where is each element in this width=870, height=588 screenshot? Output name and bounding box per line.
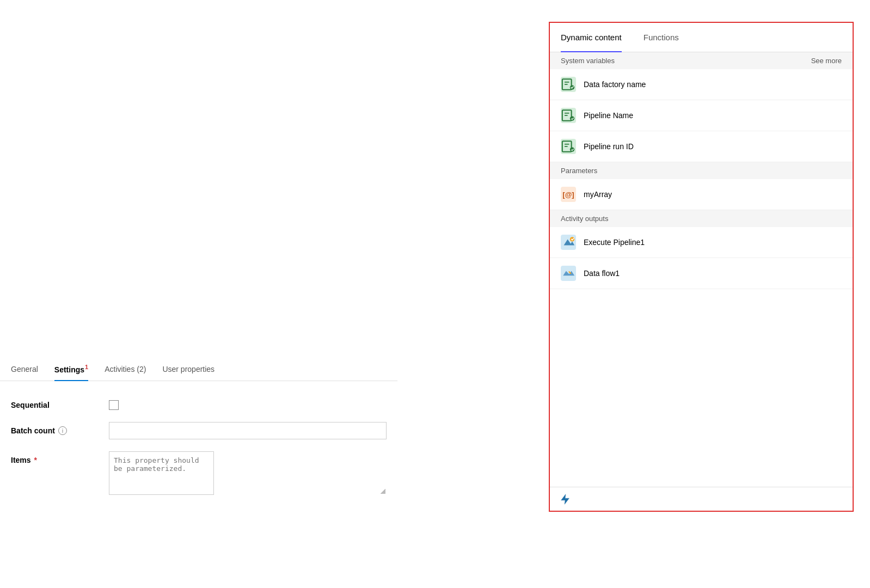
- parameters-title: Parameters: [561, 167, 597, 175]
- tab-general[interactable]: General: [11, 358, 38, 380]
- tab-settings[interactable]: Settings1: [54, 357, 88, 381]
- settings-content: Sequential Batch count i Items *: [0, 387, 397, 588]
- data-factory-name-label: Data factory name: [584, 80, 646, 89]
- tab-activities-label: Activities (2): [105, 365, 146, 373]
- batch-count-row: Batch count i: [11, 422, 387, 439]
- dynamic-content-panel: Dynamic content Functions System variabl…: [549, 22, 854, 512]
- activity-outputs-header: Activity outputs: [550, 210, 853, 227]
- data-flow-icon: [561, 266, 576, 281]
- parameters-header: Parameters: [550, 162, 853, 179]
- batch-count-info-icon: i: [58, 426, 67, 435]
- tabs-area: General Settings1 Activities (2) User pr…: [0, 357, 397, 381]
- panel-bottom-toolbar: [550, 487, 853, 511]
- tab-settings-label: Settings: [54, 365, 84, 374]
- list-item[interactable]: Data factory name: [550, 69, 853, 100]
- panel-tabs: Dynamic content Functions: [550, 23, 853, 52]
- tab-user-properties[interactable]: User properties: [162, 358, 215, 380]
- list-item[interactable]: Pipeline Name: [550, 100, 853, 131]
- svg-point-9: [570, 147, 574, 151]
- system-variables-title: System variables: [561, 57, 615, 65]
- pipeline-name-icon: [561, 108, 576, 123]
- my-array-icon: [@]: [561, 187, 576, 202]
- see-more-link[interactable]: See more: [811, 57, 842, 65]
- list-item[interactable]: Pipeline run ID: [550, 131, 853, 162]
- panel-bottom-icon[interactable]: [557, 492, 573, 507]
- svg-point-5: [570, 116, 574, 120]
- execute-pipeline-icon: [561, 235, 576, 250]
- tab-activities[interactable]: Activities (2): [105, 358, 146, 380]
- left-panel: General Settings1 Activities (2) User pr…: [0, 0, 397, 588]
- svg-point-12: [570, 237, 574, 241]
- data-factory-icon: [561, 77, 576, 92]
- pipeline-name-label: Pipeline Name: [584, 111, 633, 120]
- resize-handle: [380, 488, 385, 494]
- items-textarea[interactable]: [109, 451, 214, 495]
- sequential-checkbox[interactable]: [109, 400, 119, 410]
- pipeline-run-id-label: Pipeline run ID: [584, 142, 634, 151]
- list-item[interactable]: Execute Pipeline1: [550, 227, 853, 258]
- tab-dynamic-content-label: Dynamic content: [561, 33, 622, 42]
- activity-outputs-title: Activity outputs: [561, 215, 608, 223]
- execute-pipeline1-label: Execute Pipeline1: [584, 238, 645, 247]
- pipeline-run-id-icon: [561, 139, 576, 154]
- list-item[interactable]: [@] myArray: [550, 179, 853, 210]
- my-array-label: myArray: [584, 190, 612, 199]
- tab-settings-badge: 1: [85, 364, 88, 370]
- tab-functions[interactable]: Functions: [644, 23, 679, 52]
- list-item[interactable]: Data flow1: [550, 258, 853, 289]
- batch-count-label: Batch count i: [11, 426, 109, 435]
- batch-count-input[interactable]: [109, 422, 387, 439]
- data-flow1-label: Data flow1: [584, 269, 620, 278]
- items-textarea-wrapper: [109, 451, 387, 495]
- items-label: Items *: [11, 451, 109, 464]
- sequential-label: Sequential: [11, 401, 109, 409]
- tab-general-label: General: [11, 365, 38, 373]
- tab-user-properties-label: User properties: [162, 365, 215, 373]
- tab-dynamic-content[interactable]: Dynamic content: [561, 23, 622, 52]
- system-variables-header: System variables See more: [550, 52, 853, 69]
- tab-functions-label: Functions: [644, 33, 679, 42]
- sequential-row: Sequential: [11, 400, 387, 410]
- items-row: Items *: [11, 451, 387, 495]
- items-required-marker: *: [34, 456, 37, 464]
